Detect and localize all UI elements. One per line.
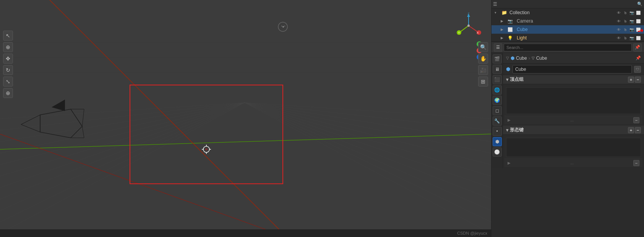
visibility-icon[interactable]: 👁 [616, 10, 621, 15]
viewport-tools-panel: 🔍 ✋ 🎥 ⊞ [478, 42, 488, 87]
vg-expand-arrow: ▾ [506, 77, 508, 82]
watermark: CSDN @jieyucx [457, 231, 487, 235]
rotate-tool[interactable]: ↻ [3, 65, 13, 75]
camera-row-icons: 👁 🖱 📷 ⬜ [616, 18, 641, 24]
cam-render-icon[interactable]: 📷 [629, 18, 634, 24]
sk-add-btn[interactable]: + [628, 127, 634, 133]
right-panel: ☰ 🔍 ▾ 📁 Collection 👁 🖱 📷 ⬜ ▶ 📷 Camera 👁 … [491, 0, 644, 237]
render-icon[interactable]: 📷 [629, 10, 634, 15]
prop-panel-inner: ▾ 顶点组 + − ▶ ... − [503, 75, 644, 168]
shape-keys-list [506, 138, 641, 157]
viewport-3d[interactable]: X Y Z 🔍 ✋ 🎥 ⊞ ↖ ⊕ ✥ ↻ ⤡ ⊕ CSDN @jie [0, 0, 491, 237]
camera-tool[interactable]: 🎥 [478, 65, 488, 75]
outliner-collection-row[interactable]: ▾ 📁 Collection 👁 🖱 📷 ⬜ [492, 8, 644, 17]
shape-keys-footer: ▶ ... − [504, 159, 642, 167]
scene-props-icon[interactable]: 🌐 [493, 85, 502, 95]
hide-icon[interactable]: ⬜ [636, 10, 641, 15]
svg-point-69 [467, 25, 470, 27]
mesh-data-type-icon: ⬢ [506, 66, 510, 72]
outliner-light-row[interactable]: ▶ 💡 Light 👁 🖱 📷 ⬜ ↗ [492, 34, 644, 42]
vertex-groups-content: ▶ ... − [503, 84, 644, 126]
transform-tool[interactable]: ⊕ [3, 88, 13, 98]
vg-add-btn[interactable]: + [628, 77, 634, 83]
outliner-cube-row[interactable]: ▶ ⬜ Cube 👁 🖱 📷 ⬜ [492, 25, 644, 34]
vertex-groups-header[interactable]: ▾ 顶点组 + − [503, 75, 644, 84]
shape-keys-label: 形态键 [510, 127, 524, 133]
collection-label: Collection [509, 10, 530, 15]
cursor-tool[interactable]: ⊕ [3, 42, 13, 52]
svg-point-58 [281, 26, 282, 26]
camera-label: Camera [517, 18, 533, 24]
cam-select-icon[interactable]: 🖱 [623, 18, 628, 24]
mesh-name-input[interactable] [513, 65, 632, 74]
properties-toolbar: ☰ 📌 [492, 42, 644, 53]
sk-minus-btn[interactable]: − [635, 127, 641, 133]
light-label: Light [517, 35, 527, 41]
material-icon[interactable]: ⚪ [493, 147, 502, 157]
grid-tool[interactable]: ⊞ [478, 77, 488, 87]
cam-vis-icon[interactable]: 👁 [616, 18, 621, 24]
mesh-data-icon[interactable]: ⬢ [493, 137, 502, 146]
collection-expand[interactable]: ▾ [495, 11, 499, 15]
fake-user-btn[interactable]: 🛡 [634, 66, 641, 73]
outliner-camera-row[interactable]: ▶ 📷 Camera 👁 🖱 📷 ⬜ [492, 17, 644, 25]
particles-icon[interactable]: • [493, 127, 502, 136]
cube-icon: ⬜ [508, 27, 513, 32]
select-tool[interactable]: ↖ [3, 31, 13, 41]
sk-footer-btns: − [633, 160, 639, 166]
output-props-icon[interactable]: 🖥 [493, 65, 502, 74]
prop-pin-btn[interactable]: 📌 [633, 43, 642, 52]
light-row-icons: 👁 🖱 📷 ⬜ [616, 35, 641, 41]
sk-expand-icon[interactable]: ▶ [508, 161, 511, 165]
cube-render-icon[interactable]: 📷 [629, 27, 634, 32]
properties-panel: ☰ 📌 🎬 🖥 ⬛ 🌐 🌍 ◻ 🔧 • ⬢ ⚪ ▽ [492, 42, 644, 237]
move-tool[interactable]: ✥ [3, 54, 13, 64]
cube-expand: ▶ [501, 28, 505, 31]
zoom-tool[interactable]: 🔍 [478, 42, 488, 52]
cam-hide-icon[interactable]: ⬜ [636, 18, 641, 24]
prop-menu-btn[interactable]: ☰ [494, 43, 502, 52]
cube-select-icon[interactable]: 🖱 [623, 27, 628, 32]
sk-footer-minus[interactable]: − [633, 160, 639, 166]
light-icon: 💡 [508, 36, 513, 41]
breadcrumb-filter2: ▽ [532, 56, 535, 60]
cube-label: Cube [517, 27, 528, 32]
vg-expand-icon[interactable]: ▶ [508, 118, 511, 122]
collection-icons: 👁 🖱 📷 ⬜ [616, 10, 641, 15]
properties-side-icons: 🎬 🖥 ⬛ 🌐 🌍 ◻ 🔧 • ⬢ ⚪ [492, 53, 503, 168]
status-bar: CSDN @jieyucx [0, 229, 491, 237]
outliner-toolbar: ☰ 🔍 [492, 0, 644, 8]
breadcrumb-options[interactable]: 📌 [636, 56, 641, 60]
side-toolbar: ↖ ⊕ ✥ ↻ ⤡ ⊕ [3, 31, 13, 98]
light-render-icon[interactable]: 📷 [629, 35, 634, 41]
sk-expand-arrow: ▾ [506, 127, 508, 133]
select-icon[interactable]: 🖱 [623, 10, 628, 15]
breadcrumb-filter[interactable]: ▽ [506, 56, 509, 60]
outliner-panel: ☰ 🔍 ▾ 📁 Collection 👁 🖱 📷 ⬜ ▶ 📷 Camera 👁 … [492, 0, 644, 42]
vg-footer-minus[interactable]: − [633, 117, 639, 123]
properties-search[interactable] [504, 44, 632, 51]
sk-dots: ... [570, 161, 573, 165]
shape-keys-header[interactable]: ▾ 形态键 + − [503, 126, 644, 135]
render-props-icon[interactable]: 🎬 [493, 54, 502, 64]
light-select-icon[interactable]: 🖱 [623, 35, 628, 41]
vg-dots: ... [570, 118, 573, 122]
modifier-props-icon[interactable]: 🔧 [493, 116, 502, 126]
cube-vis-icon[interactable]: 👁 [616, 27, 621, 32]
mesh-name-row: ⬢ 🛡 [503, 64, 644, 75]
light-vis-icon[interactable]: 👁 [616, 35, 621, 41]
vg-minus-btn[interactable]: − [635, 77, 641, 83]
vertex-groups-footer: ▶ ... − [504, 116, 642, 124]
camera-expand: ▶ [501, 19, 505, 23]
outliner-menu-icon[interactable]: ☰ [493, 2, 497, 7]
view-layer-icon[interactable]: ⬛ [493, 75, 502, 84]
pan-tool[interactable]: ✋ [478, 54, 488, 64]
outliner-search-icon[interactable]: 🔍 [637, 2, 642, 7]
scale-tool[interactable]: ⤡ [3, 77, 13, 87]
object-props-icon[interactable]: ◻ [493, 106, 502, 115]
vertex-group-list [506, 87, 641, 114]
svg-line-65 [460, 26, 469, 32]
light-hide-icon[interactable]: ⬜ [636, 35, 641, 41]
navigation-gizmo[interactable]: X Y Z [455, 12, 482, 39]
world-props-icon[interactable]: 🌍 [493, 96, 502, 105]
